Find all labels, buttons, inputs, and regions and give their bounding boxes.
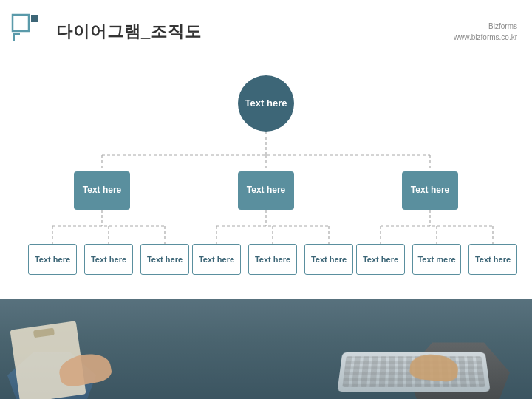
node-l1-left[interactable]: Text here [74,171,130,210]
brand-url: www.bizforms.co.kr [454,32,517,43]
svg-rect-1 [31,15,38,22]
node-l2-r1[interactable]: Text here [356,244,405,275]
node-l2-m2[interactable]: Text here [248,244,297,275]
svg-rect-3 [13,33,15,41]
page-title: 다이어그램_조직도 [56,21,202,43]
header: 다이어그램_조직도 Bizforms www.bizforms.co.kr [0,0,532,53]
node-l2-l2[interactable]: Text here [84,244,133,275]
node-l2-l1[interactable]: Text here [28,244,77,275]
org-chart: Text here Text here Text here Text here … [0,61,532,290]
node-l1-right[interactable]: Text here [402,171,458,210]
header-left: 다이어그램_조직도 [10,13,202,51]
brand-name: Bizforms [454,21,517,32]
brand-info: Bizforms www.bizforms.co.kr [454,21,517,43]
node-l2-m3[interactable]: Text here [304,244,353,275]
node-root[interactable]: Text here [238,75,294,132]
photo-strip [0,299,532,399]
node-l2-r2[interactable]: Text mere [412,244,461,275]
node-l1-mid[interactable]: Text here [238,171,294,210]
svg-rect-0 [13,15,29,31]
node-l2-r3[interactable]: Text here [468,244,517,275]
logo-icon [10,13,49,51]
node-l2-l3[interactable]: Text here [140,244,189,275]
node-l2-m1[interactable]: Text here [192,244,241,275]
